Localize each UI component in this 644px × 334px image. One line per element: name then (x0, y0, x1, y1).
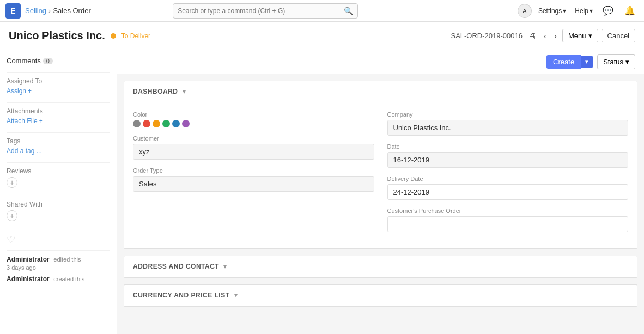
company-input[interactable] (387, 120, 629, 136)
form-right-col: Company Date Delivery Date Customer (387, 111, 629, 240)
heart-icon[interactable]: ♡ (7, 234, 15, 245)
customer-group: Customer (133, 135, 374, 160)
sidebar-reviews-section: Reviews + (7, 167, 110, 188)
search-input[interactable] (178, 7, 341, 15)
sidebar-shared-section: Shared With + (7, 201, 110, 221)
sidebar-comments-section: Comments 0 (7, 57, 110, 65)
comments-label: Comments (7, 57, 41, 65)
main-layout: Comments 0 Assigned To Assign + Attachme… (0, 50, 644, 334)
form-left-col: Color Custome (133, 111, 374, 240)
plus-icon: + (28, 87, 32, 95)
content-area: Create ▾ Status ▾ DASHBOARD ▾ Color (117, 50, 644, 334)
status-dropdown-label: Status (603, 58, 623, 66)
color-swatch-purple[interactable] (182, 120, 190, 127)
currency-card: CURRENCY AND PRICE LIST ▾ (124, 284, 637, 307)
shared-with-label: Shared With (7, 201, 110, 208)
reviews-label: Reviews (7, 167, 110, 175)
breadcrumb: Selling › Sales Order (25, 7, 91, 15)
edited-text: edited this (53, 256, 81, 263)
form-two-col: Color Custome (133, 111, 628, 240)
assign-action[interactable]: Assign + (7, 87, 110, 95)
address-chevron-icon: ▾ (223, 263, 227, 270)
address-title: ADDRESS AND CONTACT (133, 263, 219, 270)
edited-time: 3 days ago (7, 264, 36, 271)
order-type-group: Order Type (133, 167, 374, 192)
attach-file-action[interactable]: Attach File + (7, 117, 110, 125)
breadcrumb-sep-1: › (48, 7, 51, 15)
comments-count: 0 (43, 58, 53, 64)
settings-button[interactable]: Settings ▾ (536, 6, 568, 16)
next-button[interactable]: › (552, 30, 559, 41)
color-group: Color (133, 111, 374, 127)
top-navbar: E Selling › Sales Order 🔍 A Settings ▾ H… (0, 0, 644, 22)
tags-label: Tags (7, 137, 110, 145)
add-review-button[interactable]: + (7, 177, 17, 188)
sidebar-attachments-section: Attachments Attach File + (7, 107, 110, 125)
address-card-header[interactable]: ADDRESS AND CONTACT ▾ (124, 256, 637, 277)
order-type-label: Order Type (133, 167, 374, 174)
menu-button[interactable]: Menu ▾ (562, 29, 598, 42)
cancel-button[interactable]: Cancel (602, 29, 635, 42)
dashboard-card-header[interactable]: DASHBOARD ▾ (124, 81, 637, 102)
currency-card-header[interactable]: CURRENCY AND PRICE LIST ▾ (124, 285, 637, 306)
content-topbar: Create ▾ Status ▾ (117, 50, 644, 74)
search-bar[interactable]: 🔍 (173, 3, 358, 19)
status-dropdown-button[interactable]: Status ▾ (597, 54, 635, 69)
color-swatch-orange[interactable] (153, 120, 160, 127)
order-type-input[interactable] (133, 176, 374, 192)
color-swatch-red[interactable] (143, 120, 150, 127)
company-label: Company (387, 111, 629, 118)
status-dot (111, 33, 116, 39)
create-button[interactable]: Create (546, 55, 581, 69)
page-title: Unico Plastics Inc. (9, 29, 105, 42)
date-input[interactable] (387, 152, 629, 168)
breadcrumb-sales-order[interactable]: Sales Order (53, 7, 90, 15)
color-swatch-gray[interactable] (133, 120, 141, 127)
bell-icon-button[interactable]: 🔔 (621, 4, 639, 17)
plus-icon: + (39, 117, 43, 125)
user-avatar[interactable]: A (518, 4, 532, 18)
status-label: To Deliver (121, 32, 150, 40)
add-tag-action[interactable]: Add a tag ... (7, 147, 110, 155)
app-icon[interactable]: E (5, 3, 21, 19)
print-button[interactable]: 🖨 (526, 30, 538, 41)
chat-icon-button[interactable]: 💬 (599, 4, 617, 17)
attachments-label: Attachments (7, 107, 110, 115)
delivery-date-group: Delivery Date (387, 175, 629, 200)
admin-created-name: Administrator (7, 275, 50, 283)
delivery-date-input[interactable] (387, 184, 629, 200)
status-chevron-icon: ▾ (625, 58, 629, 66)
heart-section: ♡ (7, 234, 110, 246)
color-swatch-blue[interactable] (172, 120, 180, 127)
sidebar: Comments 0 Assigned To Assign + Attachme… (0, 50, 117, 334)
date-group: Date (387, 143, 629, 168)
currency-title: CURRENCY AND PRICE LIST (133, 292, 230, 299)
assigned-to-label: Assigned To (7, 77, 110, 85)
sidebar-tags-section: Tags Add a tag ... (7, 137, 110, 155)
dashboard-chevron-icon: ▾ (183, 88, 186, 95)
company-group: Company (387, 111, 629, 136)
help-button[interactable]: Help ▾ (573, 6, 595, 16)
purchase-order-input[interactable] (387, 216, 629, 232)
color-swatch-green[interactable] (162, 120, 170, 127)
dashboard-title: DASHBOARD (133, 88, 178, 95)
customer-input[interactable] (133, 144, 374, 160)
address-card: ADDRESS AND CONTACT ▾ (124, 256, 637, 278)
add-shared-button[interactable]: + (7, 210, 17, 221)
purchase-order-group: Customer's Purchase Order (387, 208, 629, 232)
sidebar-assigned-section: Assigned To Assign + (7, 77, 110, 95)
customer-label: Customer (133, 135, 374, 142)
currency-chevron-icon: ▾ (234, 292, 238, 299)
breadcrumb-selling[interactable]: Selling (25, 7, 46, 15)
search-icon: 🔍 (344, 7, 353, 15)
create-caret-button[interactable]: ▾ (581, 56, 593, 68)
delivery-date-label: Delivery Date (387, 175, 629, 182)
prev-button[interactable]: ‹ (542, 30, 549, 41)
date-label: Date (387, 143, 629, 150)
menu-chevron-icon: ▾ (588, 32, 592, 40)
purchase-order-label: Customer's Purchase Order (387, 208, 629, 214)
sidebar-activity-section: Administrator edited this 3 days ago Adm… (7, 255, 110, 283)
order-number: SAL-ORD-2019-00016 (451, 32, 523, 40)
page-header-right: SAL-ORD-2019-00016 🖨 ‹ › Menu ▾ Cancel (451, 29, 635, 42)
color-picker[interactable] (133, 120, 374, 127)
